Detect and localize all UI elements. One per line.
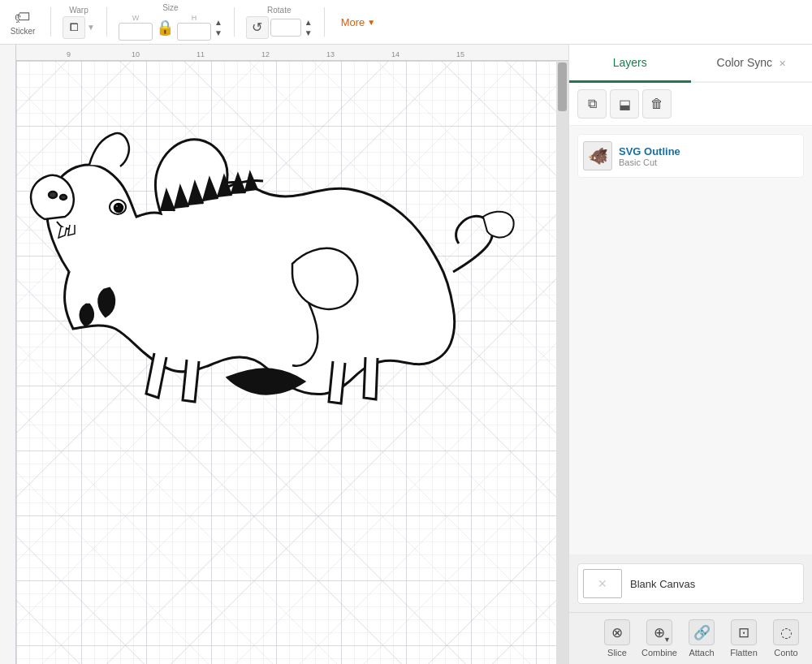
warp-arrow: ▼ xyxy=(87,23,95,32)
width-input[interactable] xyxy=(119,23,153,41)
width-label: W xyxy=(132,14,140,22)
boar-svg xyxy=(24,101,528,459)
combine-icon: ⊕ ▼ xyxy=(646,619,672,645)
vertical-scrollbar[interactable] xyxy=(556,61,568,664)
blank-canvas-label: Blank Canvas xyxy=(630,578,695,590)
contour-icon: ◌ xyxy=(773,619,799,645)
boar-image[interactable] xyxy=(24,101,528,459)
layer-thumbnail: 🐗 xyxy=(583,141,612,170)
move-layer-button[interactable]: ⬓ xyxy=(610,89,639,119)
ruler-h-mark-11: 11 xyxy=(197,50,205,58)
tab-color-sync-label: Color Sync xyxy=(717,56,772,69)
main-area: 8 9 10 11 12 13 14 15 xyxy=(0,45,812,664)
layer-actions: ⧉ ⬓ 🗑 xyxy=(569,83,812,126)
rotate-input[interactable] xyxy=(270,19,301,37)
more-arrow-icon: ▼ xyxy=(367,18,375,27)
right-panel: Layers Color Sync ✕ ⧉ ⬓ 🗑 🐗 xyxy=(568,45,812,664)
warp-label: Warp xyxy=(69,6,89,15)
color-sync-close-icon[interactable]: ✕ xyxy=(779,58,786,68)
layer-info: SVG Outline Basic Cut xyxy=(619,145,798,167)
layer-item[interactable]: 🐗 SVG Outline Basic Cut xyxy=(577,134,804,178)
rotate-arrows: ▲ ▼ xyxy=(304,18,313,37)
contour-label: Conto xyxy=(774,648,797,658)
height-label: H xyxy=(192,14,197,22)
attach-button[interactable]: 🔗 Attach xyxy=(684,619,719,658)
warp-group: Warp ⧠ ▼ xyxy=(63,6,95,39)
warp-controls: ⧠ ▼ xyxy=(63,16,95,39)
ruler-vertical xyxy=(0,45,16,664)
flatten-button[interactable]: ⊡ Flatten xyxy=(726,619,762,658)
slice-label: Slice xyxy=(607,648,627,658)
rotate-down-arrow[interactable]: ▼ xyxy=(304,28,313,37)
layer-subtext: Basic Cut xyxy=(619,157,798,167)
attach-label: Attach xyxy=(689,648,714,658)
divider-3 xyxy=(234,7,235,37)
height-input[interactable] xyxy=(177,23,211,41)
svg-point-4 xyxy=(115,205,119,208)
more-button[interactable]: More ▼ xyxy=(336,13,381,32)
panel-tabs: Layers Color Sync ✕ xyxy=(569,45,812,83)
sticker-icon: 🏷 xyxy=(15,8,31,27)
tab-layers[interactable]: Layers xyxy=(569,45,691,83)
scrollbar-thumb[interactable] xyxy=(558,63,567,111)
size-arrows: ▲ ▼ xyxy=(214,18,222,37)
tab-color-sync[interactable]: Color Sync ✕ xyxy=(691,45,813,83)
size-controls: W 🔒 H ▲ ▼ xyxy=(119,14,222,41)
rotate-btn[interactable]: ↺ xyxy=(246,16,269,39)
rotate-group: Rotate ↺ ▲ ▼ xyxy=(246,6,313,39)
size-group: Size W 🔒 H ▲ ▼ xyxy=(119,3,222,41)
attach-icon: 🔗 xyxy=(689,619,715,645)
top-toolbar: 🏷 Sticker Warp ⧠ ▼ Size W 🔒 H ▲ ▼ xyxy=(0,0,812,45)
blank-canvas-item[interactable]: Blank Canvas xyxy=(577,563,804,604)
layer-list: 🐗 SVG Outline Basic Cut xyxy=(569,126,812,554)
ruler-h-mark-9: 9 xyxy=(67,50,71,58)
flatten-icon: ⊡ xyxy=(731,619,757,645)
slice-icon: ⊗ xyxy=(604,619,630,645)
ruler-h-mark-14: 14 xyxy=(391,50,400,58)
warp-icon-btn[interactable]: ⧠ xyxy=(63,16,85,39)
contour-button[interactable]: ◌ Conto xyxy=(768,619,804,658)
more-label: More xyxy=(341,16,365,28)
divider-1 xyxy=(50,7,51,37)
canvas-area[interactable]: 8 9 10 11 12 13 14 15 xyxy=(0,45,568,664)
ruler-horizontal: 8 9 10 11 12 13 14 15 xyxy=(0,45,568,61)
lock-icon[interactable]: 🔒 xyxy=(154,19,175,37)
move-icon: ⬓ xyxy=(619,97,631,112)
blank-canvas-section: Blank Canvas xyxy=(569,554,812,612)
size-down-arrow[interactable]: ▼ xyxy=(214,28,222,37)
rotate-up-arrow[interactable]: ▲ xyxy=(304,18,313,27)
ruler-h-mark-13: 13 xyxy=(326,50,335,58)
divider-4 xyxy=(324,7,325,37)
duplicate-icon: ⧉ xyxy=(588,97,597,111)
size-label: Size xyxy=(162,3,178,12)
rotate-controls: ↺ ▲ ▼ xyxy=(246,16,313,39)
ruler-h-mark-10: 10 xyxy=(132,50,140,58)
flatten-label: Flatten xyxy=(730,648,758,658)
combine-label: Combine xyxy=(641,648,677,658)
combine-button[interactable]: ⊕ ▼ Combine xyxy=(641,619,677,658)
sticker-label: Sticker xyxy=(11,27,36,36)
svg-point-0 xyxy=(49,192,57,198)
bottom-toolbar: ⊗ Slice ⊕ ▼ Combine 🔗 Attach ⊡ Flatten ◌ xyxy=(569,612,812,664)
tab-layers-label: Layers xyxy=(613,56,647,69)
svg-point-1 xyxy=(60,195,67,200)
duplicate-layer-button[interactable]: ⧉ xyxy=(577,89,607,119)
ruler-h-mark-12: 12 xyxy=(261,50,270,58)
delete-layer-button[interactable]: 🗑 xyxy=(642,89,672,119)
rotate-label: Rotate xyxy=(267,6,291,15)
blank-canvas-thumbnail xyxy=(583,569,622,598)
layer-name: SVG Outline xyxy=(619,145,798,157)
slice-button[interactable]: ⊗ Slice xyxy=(599,619,635,658)
delete-icon: 🗑 xyxy=(650,97,663,111)
layer-thumb-icon: 🐗 xyxy=(588,146,608,166)
ruler-h-mark-15: 15 xyxy=(456,50,464,58)
size-up-arrow[interactable]: ▲ xyxy=(214,18,222,27)
sticker-tool[interactable]: 🏷 Sticker xyxy=(6,8,39,36)
divider-2 xyxy=(106,7,107,37)
combine-dropdown-icon: ▼ xyxy=(663,636,671,644)
grid-canvas[interactable] xyxy=(16,61,556,664)
